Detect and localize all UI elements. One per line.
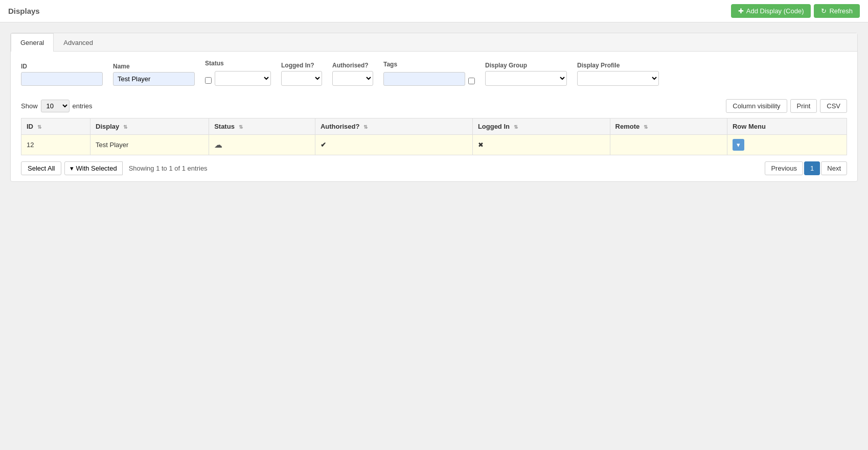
authorised-select[interactable] (332, 71, 373, 86)
displays-table: ID ⇅ Display ⇅ Status ⇅ Authorised? (21, 118, 847, 155)
sort-icon-status: ⇅ (239, 124, 243, 130)
print-button[interactable]: Print (790, 99, 817, 113)
show-count-select[interactable]: 10 25 50 100 (41, 100, 70, 112)
cell-remote (610, 135, 727, 155)
sort-icon-logged-in: ⇅ (514, 124, 518, 130)
row-menu-button[interactable]: ▾ (733, 139, 744, 151)
filter-name: Name (113, 63, 195, 86)
filter-tags: Tags (383, 61, 475, 86)
sort-icon-remote: ⇅ (644, 124, 648, 130)
filter-status: Status (205, 60, 271, 86)
cell-id: 12 (21, 135, 90, 155)
show-entries: Show 10 25 50 100 entries (21, 100, 93, 112)
sort-icon-display: ⇅ (123, 124, 127, 130)
col-display: Display ⇅ (90, 119, 209, 135)
add-display-button[interactable]: ✚ Add Display (Code) (731, 4, 811, 18)
col-authorised: Authorised? ⇅ (315, 119, 472, 135)
id-input[interactable] (21, 72, 103, 86)
col-logged-in: Logged In ⇅ (472, 119, 610, 135)
status-select[interactable] (215, 71, 271, 86)
next-button[interactable]: Next (821, 161, 847, 175)
filter-authorised: Authorised? (332, 62, 373, 86)
pagination: Previous 1 Next (765, 161, 847, 175)
col-id: ID ⇅ (21, 119, 90, 135)
cell-status: ☁ (209, 135, 315, 155)
with-selected-group: ▾ With Selected (64, 161, 122, 175)
plus-icon: ✚ (738, 7, 744, 15)
select-all-button[interactable]: Select All (21, 161, 61, 175)
logged-in-label: Logged In? (281, 62, 322, 69)
table-wrap: ID ⇅ Display ⇅ Status ⇅ Authorised? (11, 118, 857, 155)
tags-input[interactable] (383, 72, 465, 86)
top-bar-buttons: ✚ Add Display (Code) ↻ Refresh (731, 4, 860, 18)
csv-button[interactable]: CSV (820, 99, 847, 113)
filter-logged-in: Logged In? (281, 62, 322, 86)
panel: General Advanced ID Name Status (10, 33, 858, 182)
page-1-button[interactable]: 1 (804, 161, 820, 175)
show-label: Show (21, 102, 38, 110)
authorised-label: Authorised? (332, 62, 373, 69)
tags-exact-checkbox[interactable] (468, 78, 475, 84)
tags-label: Tags (383, 61, 475, 68)
cell-logged-in: ✖ (472, 135, 610, 155)
logged-in-select[interactable] (281, 71, 322, 86)
sort-icon-authorised: ⇅ (363, 124, 368, 130)
cell-authorised: ✔ (315, 135, 472, 155)
tabs: General Advanced (11, 33, 857, 52)
column-visibility-button[interactable]: Column visibility (726, 99, 787, 113)
display-group-label: Display Group (485, 62, 567, 69)
previous-button[interactable]: Previous (765, 161, 803, 175)
refresh-button[interactable]: ↻ Refresh (814, 4, 860, 18)
entries-label: entries (73, 102, 93, 110)
display-profile-select[interactable] (577, 71, 659, 86)
table-row: 12 Test Player ☁ ✔ ✖ (21, 135, 847, 155)
filter-area: ID Name Status Logged In? (11, 52, 857, 94)
name-input[interactable] (113, 72, 195, 86)
col-remote: Remote ⇅ (610, 119, 727, 135)
status-checkbox[interactable] (205, 77, 212, 84)
refresh-icon: ↻ (821, 7, 827, 15)
display-profile-label: Display Profile (577, 62, 659, 69)
filter-display-profile: Display Profile (577, 62, 659, 86)
tab-general[interactable]: General (11, 33, 54, 52)
status-label: Status (205, 60, 271, 67)
cloud-upload-icon: ☁ (214, 140, 222, 149)
name-label: Name (113, 63, 195, 70)
id-label: ID (21, 63, 103, 70)
with-selected-button[interactable]: ▾ With Selected (64, 161, 122, 175)
filter-display-group: Display Group (485, 62, 567, 86)
main-content: General Advanced ID Name Status (0, 22, 868, 192)
table-header-row: ID ⇅ Display ⇅ Status ⇅ Authorised? (21, 119, 847, 135)
select-buttons: Select All ▾ With Selected (21, 161, 123, 175)
caret-icon: ▾ (70, 164, 74, 172)
table-controls: Show 10 25 50 100 entries Column visibil… (11, 94, 857, 118)
col-status: Status ⇅ (209, 119, 315, 135)
page-title: Displays (8, 7, 40, 15)
display-group-select[interactable] (485, 71, 567, 86)
showing-text: Showing 1 to 1 of 1 entries (129, 164, 208, 172)
authorised-check-icon: ✔ (321, 141, 326, 149)
logged-in-x-icon: ✖ (478, 141, 484, 149)
cell-row-menu: ▾ (727, 135, 847, 155)
col-row-menu: Row Menu (727, 119, 847, 135)
filter-id: ID (21, 63, 103, 86)
table-footer: Select All ▾ With Selected Showing 1 to … (11, 155, 857, 181)
top-bar: Displays ✚ Add Display (Code) ↻ Refresh (0, 0, 868, 22)
sort-icon-id: ⇅ (37, 124, 41, 130)
footer-left: Select All ▾ With Selected Showing 1 to … (21, 161, 208, 175)
cell-display: Test Player (90, 135, 209, 155)
table-buttons: Column visibility Print CSV (726, 99, 847, 113)
tab-advanced[interactable]: Advanced (54, 33, 103, 52)
